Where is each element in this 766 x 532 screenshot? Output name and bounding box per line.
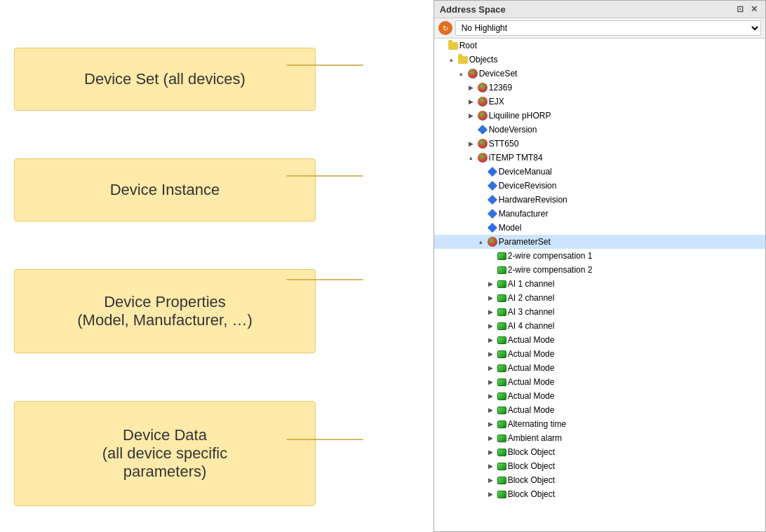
green-rect-icon: [497, 266, 506, 274]
expand-icon[interactable]: ▶: [486, 489, 496, 499]
panel-title: Address Space: [440, 4, 506, 15]
tree-node-stt650[interactable]: ▶ STT650: [434, 137, 765, 151]
expand-icon[interactable]: ▶: [486, 447, 496, 457]
tree-node-blockobj1[interactable]: ▶ Block Object: [434, 445, 765, 459]
device-set-label: Device Set (all devices): [14, 48, 316, 111]
multi-sphere-icon: [478, 83, 488, 93]
expand-icon[interactable]: [437, 41, 447, 50]
expand-icon[interactable]: ▶: [466, 97, 476, 107]
highlight-select[interactable]: No Highlight Read Write Both: [455, 20, 761, 36]
panel-title-icons: ⊡ ✕: [734, 4, 760, 15]
tree-node-deviceset[interactable]: ▴ DeviceSet: [434, 67, 765, 81]
expand-icon[interactable]: ▶: [486, 335, 496, 345]
close-icon[interactable]: ✕: [748, 4, 760, 15]
green-rect-icon: [497, 463, 506, 470]
expand-icon[interactable]: [486, 265, 496, 275]
expand-icon[interactable]: ▶: [466, 139, 476, 149]
pin-icon[interactable]: ⊡: [734, 4, 746, 15]
tree-node-blockobj4[interactable]: ▶ Block Object: [434, 487, 765, 501]
tree-node-parameterset[interactable]: ▴ ParameterSet: [434, 235, 765, 249]
expand-icon[interactable]: ▴: [476, 237, 486, 247]
tree-node-12369[interactable]: ▶ 12369: [434, 81, 765, 95]
tree-node-blockobj2[interactable]: ▶ Block Object: [434, 459, 765, 473]
expand-icon[interactable]: ▶: [486, 293, 496, 303]
expand-icon[interactable]: ▶: [486, 321, 496, 331]
expand-icon[interactable]: [466, 125, 476, 135]
folder-icon: [458, 56, 468, 64]
expand-icon[interactable]: ▶: [466, 111, 476, 121]
tree-node-actualmode2[interactable]: ▶ Actual Mode: [434, 347, 765, 361]
tree-node-2wire2[interactable]: 2-wire compensation 2: [434, 263, 765, 277]
green-rect-icon: [497, 491, 506, 498]
expand-icon[interactable]: ▴: [466, 153, 476, 163]
expand-icon[interactable]: ▶: [486, 307, 496, 317]
expand-icon[interactable]: ▶: [486, 433, 496, 443]
expand-icon[interactable]: [476, 167, 486, 177]
green-rect-icon: [497, 477, 506, 484]
blue-diamond-icon: [478, 125, 488, 135]
tree-node-manufacturer[interactable]: Manufacturer: [434, 207, 765, 221]
tree-node-ai3[interactable]: ▶ AI 3 channel: [434, 305, 765, 319]
tree-node-model[interactable]: Model: [434, 221, 765, 235]
tree-node-itemp[interactable]: ▴ iTEMP TMT84: [434, 151, 765, 165]
folder-icon: [448, 42, 458, 50]
tree-area[interactable]: Root ▴ Objects ▴ DeviceSet ▶ 12369 ▶ EJX: [434, 39, 765, 531]
expand-icon[interactable]: [486, 251, 496, 261]
expand-icon[interactable]: ▶: [486, 405, 496, 415]
expand-icon[interactable]: ▴: [457, 69, 466, 79]
expand-icon[interactable]: ▶: [486, 279, 496, 289]
green-rect-icon: [497, 294, 506, 302]
tree-node-objects[interactable]: ▴ Objects: [434, 53, 765, 67]
left-wrapper: Device Set (all devices) Device Instance…: [0, 0, 363, 532]
tree-node-liquiline[interactable]: ▶ Liquiline pHORP: [434, 109, 765, 123]
tree-node-2wire1[interactable]: 2-wire compensation 1: [434, 249, 765, 263]
blue-diamond-icon: [488, 223, 497, 233]
tree-node-devicemanual[interactable]: DeviceManual: [434, 165, 765, 179]
green-rect-icon: [497, 421, 506, 428]
tree-node-ai1[interactable]: ▶ AI 1 channel: [434, 277, 765, 291]
green-rect-icon: [497, 449, 506, 456]
panel-title-bar: Address Space ⊡ ✕: [434, 1, 765, 18]
green-rect-icon: [497, 435, 506, 442]
multi-sphere-icon: [488, 237, 497, 247]
tree-node-ai2[interactable]: ▶ AI 2 channel: [434, 291, 765, 305]
tree-node-actualmode6[interactable]: ▶ Actual Mode: [434, 403, 765, 417]
expand-icon[interactable]: ▴: [447, 55, 457, 64]
expand-icon[interactable]: ▶: [486, 363, 496, 373]
tree-node-actualmode1[interactable]: ▶ Actual Mode: [434, 333, 765, 347]
green-rect-icon: [497, 280, 506, 288]
expand-icon[interactable]: [476, 181, 486, 191]
tree-node-hardwarerevision[interactable]: HardwareRevision: [434, 193, 765, 207]
green-rect-icon: [497, 322, 506, 330]
expand-icon[interactable]: ▶: [486, 475, 496, 485]
tree-node-ambient[interactable]: ▶ Ambient alarm: [434, 431, 765, 445]
left-panel: Device Set (all devices) Device Instance…: [0, 0, 330, 532]
device-data-label: Device Data (all device specific paramet…: [14, 401, 316, 506]
expand-icon[interactable]: ▶: [486, 377, 496, 387]
refresh-icon[interactable]: ↻: [438, 21, 452, 35]
expand-icon[interactable]: ▶: [466, 83, 476, 93]
expand-icon[interactable]: ▶: [486, 419, 496, 429]
expand-icon[interactable]: ▶: [486, 461, 496, 471]
tree-node-root[interactable]: Root: [434, 39, 765, 53]
green-rect-icon: [497, 378, 506, 386]
tree-node-ai4[interactable]: ▶ AI 4 channel: [434, 319, 765, 333]
tree-node-ejx[interactable]: ▶ EJX: [434, 95, 765, 109]
expand-icon[interactable]: ▶: [486, 391, 496, 401]
expand-icon[interactable]: [476, 223, 486, 233]
tree-node-actualmode3[interactable]: ▶ Actual Mode: [434, 361, 765, 375]
expand-icon[interactable]: ▶: [486, 349, 496, 359]
multi-sphere-icon: [478, 111, 488, 121]
device-properties-label: Device Properties (Model, Manufacturer, …: [14, 269, 316, 353]
green-rect-icon: [497, 407, 506, 414]
tree-node-blockobj3[interactable]: ▶ Block Object: [434, 473, 765, 487]
multi-sphere-icon: [478, 97, 488, 107]
tree-node-actualmode5[interactable]: ▶ Actual Mode: [434, 389, 765, 403]
tree-node-nodeversion[interactable]: NodeVersion: [434, 123, 765, 137]
expand-icon[interactable]: [476, 209, 486, 219]
tree-node-actualmode4[interactable]: ▶ Actual Mode: [434, 375, 765, 389]
device-instance-label: Device Instance: [14, 158, 316, 221]
tree-node-alternating[interactable]: ▶ Alternating time: [434, 417, 765, 431]
expand-icon[interactable]: [476, 195, 486, 205]
tree-node-devicerevision[interactable]: DeviceRevision: [434, 179, 765, 193]
